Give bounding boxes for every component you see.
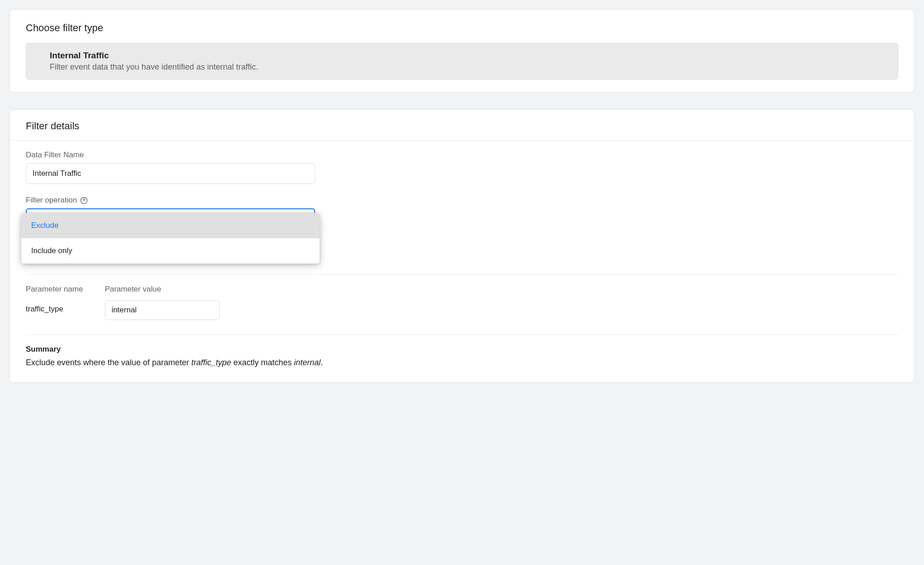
- filter-operation-field: Filter operation Exclude Include only: [26, 196, 898, 263]
- filter-type-option-title: Internal Traffic: [50, 51, 874, 61]
- divider: [26, 334, 898, 335]
- parameter-name-label: Parameter name: [26, 285, 83, 294]
- summary-section: Summary Exclude events where the value o…: [26, 345, 898, 369]
- summary-suffix: .: [321, 358, 323, 367]
- filter-operation-label-text: Filter operation: [26, 196, 77, 205]
- svg-point-1: [84, 202, 84, 202]
- filter-type-card: Choose filter type Internal Traffic Filt…: [9, 9, 915, 93]
- parameter-name-col: Parameter name traffic_type: [26, 285, 83, 318]
- summary-mid: exactly matches: [231, 358, 294, 367]
- parameter-value-col: Parameter value: [105, 285, 220, 320]
- divider: [26, 274, 898, 275]
- filter-details-card: Filter details Data Filter Name Filter o…: [9, 109, 915, 383]
- parameter-name-value: traffic_type: [26, 300, 83, 318]
- summary-param: traffic_type: [191, 358, 231, 367]
- dropdown-option-include-only[interactable]: Include only: [21, 238, 320, 264]
- summary-text: Exclude events where the value of parame…: [26, 357, 898, 369]
- summary-prefix: Exclude events where the value of parame…: [26, 358, 191, 367]
- summary-value: internal: [294, 358, 321, 367]
- parameter-value-input[interactable]: [105, 300, 220, 320]
- filter-name-label: Data Filter Name: [26, 151, 898, 160]
- parameter-row: Parameter name traffic_type Parameter va…: [26, 285, 898, 320]
- parameter-value-label: Parameter value: [105, 285, 220, 294]
- summary-title: Summary: [26, 345, 898, 354]
- filter-type-option-desc: Filter event data that you have identifi…: [50, 62, 874, 72]
- dropdown-option-exclude[interactable]: Exclude: [21, 213, 320, 238]
- filter-operation-label: Filter operation: [26, 196, 898, 205]
- filter-operation-select[interactable]: [26, 208, 315, 213]
- filter-type-section-title: Choose filter type: [26, 22, 898, 34]
- filter-operation-dropdown: Exclude Include only: [21, 213, 320, 264]
- filter-details-section-title: Filter details: [26, 120, 898, 132]
- filter-type-option[interactable]: Internal Traffic Filter event data that …: [26, 43, 898, 80]
- filter-name-input[interactable]: [26, 163, 315, 184]
- help-icon[interactable]: [80, 196, 88, 204]
- filter-name-field: Data Filter Name: [26, 151, 898, 184]
